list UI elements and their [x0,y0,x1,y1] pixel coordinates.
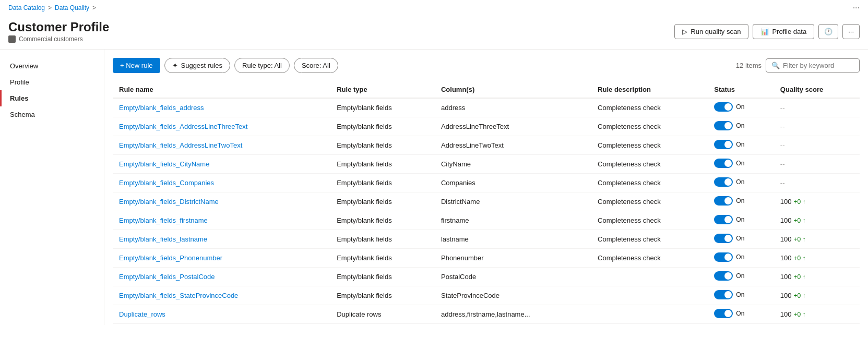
rule-name-link[interactable]: Duplicate_rows [119,310,165,318]
status-toggle[interactable]: On [714,196,744,206]
table-row: Empty/blank_fields_StateProvinceCode Emp… [113,286,860,305]
filter-keyword-input[interactable] [783,62,856,69]
table-row: Empty/blank_fields_PostalCode Empty/blan… [113,268,860,286]
cell-status[interactable]: On [708,117,774,136]
col-rule-type: Rule type [330,81,435,98]
score-filter-button[interactable]: Score: All [294,58,338,73]
score-value: 100 [780,292,792,299]
toggle-label: On [736,160,744,167]
run-quality-scan-button[interactable]: ▷ Run quality scan [674,24,748,39]
cell-rule-name[interactable]: Duplicate_rows [113,305,330,324]
quality-score-cell: 100 +0 ↑ [780,273,853,281]
cell-status[interactable]: On [708,155,774,174]
cell-status[interactable]: On [708,174,774,192]
rule-name-link[interactable]: Empty/blank_fields_lastname [119,235,207,243]
status-toggle[interactable]: On [714,271,744,281]
top-more-icon[interactable]: ··· [853,3,860,13]
toggle-thumb [724,216,732,223]
filter-input-wrapper[interactable]: 🔍 [766,58,860,73]
sidebar-item-schema[interactable]: Schema [0,106,104,123]
toggle-track[interactable] [714,271,733,281]
cell-status[interactable]: On [708,249,774,268]
rule-name-link[interactable]: Empty/blank_fields_CityName [119,160,209,168]
rule-name-link[interactable]: Empty/blank_fields_AddressLineThreeText [119,123,247,130]
cell-rule-name[interactable]: Empty/blank_fields_AddressLineThreeText [113,117,330,136]
rule-name-link[interactable]: Empty/blank_fields_StateProvinceCode [119,292,238,299]
cell-rule-name[interactable]: Empty/blank_fields_address [113,98,330,117]
quality-score-cell: 100 +0 ↑ [780,235,853,243]
sidebar-item-profile[interactable]: Profile [0,74,104,90]
table-header: Rule name Rule type Column(s) Rule descr… [113,81,860,98]
toggle-thumb [724,122,732,129]
cell-rule-name[interactable]: Empty/blank_fields_firstname [113,211,330,230]
more-actions-button[interactable]: ··· [842,24,860,39]
toggle-track[interactable] [714,102,733,112]
cell-rule-name[interactable]: Empty/blank_fields_AddressLineTwoText [113,136,330,155]
cell-status[interactable]: On [708,286,774,305]
cell-rule-name[interactable]: Empty/blank_fields_lastname [113,230,330,249]
status-toggle[interactable]: On [714,102,744,112]
status-toggle[interactable]: On [714,309,744,318]
status-toggle[interactable]: On [714,121,744,130]
status-toggle[interactable]: On [714,252,744,262]
cell-rule-name[interactable]: Empty/blank_fields_Companies [113,174,330,192]
toggle-label: On [736,272,744,280]
history-button[interactable]: 🕐 [818,24,838,39]
cell-status[interactable]: On [708,192,774,211]
toggle-track[interactable] [714,215,733,224]
score-delta: +0 ↑ [794,292,806,299]
toggle-track[interactable] [714,140,733,149]
toggle-track[interactable] [714,290,733,299]
cell-rule-name[interactable]: Empty/blank_fields_CityName [113,155,330,174]
page-subtitle: Commercial customers [8,35,109,43]
toggle-track[interactable] [714,177,733,187]
toggle-track[interactable] [714,121,733,130]
cell-rule-name[interactable]: Empty/blank_fields_DistrictName [113,192,330,211]
cell-rule-name[interactable]: Empty/blank_fields_Phonenumber [113,249,330,268]
rule-name-link[interactable]: Empty/blank_fields_PostalCode [119,273,215,281]
rule-name-link[interactable]: Empty/blank_fields_address [119,104,204,112]
cell-status[interactable]: On [708,211,774,230]
quality-score-cell: 100 +0 ↑ [780,292,853,299]
main-layout: Overview Profile Rules Schema + New rule… [0,50,868,325]
toggle-track[interactable] [714,196,733,206]
rule-name-link[interactable]: Empty/blank_fields_AddressLineTwoText [119,141,242,149]
suggest-rules-button[interactable]: ✦ Suggest rules [164,58,231,73]
cell-rule-name[interactable]: Empty/blank_fields_StateProvinceCode [113,286,330,305]
status-toggle[interactable]: On [714,290,744,299]
profile-data-button[interactable]: 📊 Profile data [753,24,814,39]
rule-name-link[interactable]: Empty/blank_fields_DistrictName [119,198,219,206]
toggle-track[interactable] [714,309,733,318]
breadcrumb-data-quality[interactable]: Data Quality [55,4,89,11]
score-value: 100 [780,216,792,224]
cell-status[interactable]: On [708,305,774,324]
sidebar-item-overview[interactable]: Overview [0,58,104,74]
rule-type-filter-button[interactable]: Rule type: All [234,58,290,73]
cell-status[interactable]: On [708,98,774,117]
cell-quality-score: -- [774,98,860,117]
toggle-track[interactable] [714,159,733,168]
breadcrumb-data-catalog[interactable]: Data Catalog [8,4,45,11]
rule-name-link[interactable]: Empty/blank_fields_Companies [119,179,214,187]
cell-status[interactable]: On [708,230,774,249]
database-icon [8,35,16,43]
status-toggle[interactable]: On [714,140,744,149]
status-toggle[interactable]: On [714,234,744,243]
rule-name-link[interactable]: Empty/blank_fields_Phonenumber [119,254,222,262]
table-body: Empty/blank_fields_address Empty/blank f… [113,98,860,324]
status-toggle[interactable]: On [714,159,744,168]
sidebar-item-rules[interactable]: Rules [0,90,104,106]
cell-status[interactable]: On [708,268,774,286]
table-row: Empty/blank_fields_firstname Empty/blank… [113,211,860,230]
cell-quality-score: -- [774,136,860,155]
toggle-track[interactable] [714,252,733,262]
toggle-thumb [724,254,732,261]
content-area: + New rule ✦ Suggest rules Rule type: Al… [104,50,868,325]
status-toggle[interactable]: On [714,177,744,187]
cell-status[interactable]: On [708,136,774,155]
cell-rule-name[interactable]: Empty/blank_fields_PostalCode [113,268,330,286]
toggle-track[interactable] [714,234,733,243]
rule-name-link[interactable]: Empty/blank_fields_firstname [119,216,208,224]
status-toggle[interactable]: On [714,215,744,224]
new-rule-button[interactable]: + New rule [113,58,160,73]
